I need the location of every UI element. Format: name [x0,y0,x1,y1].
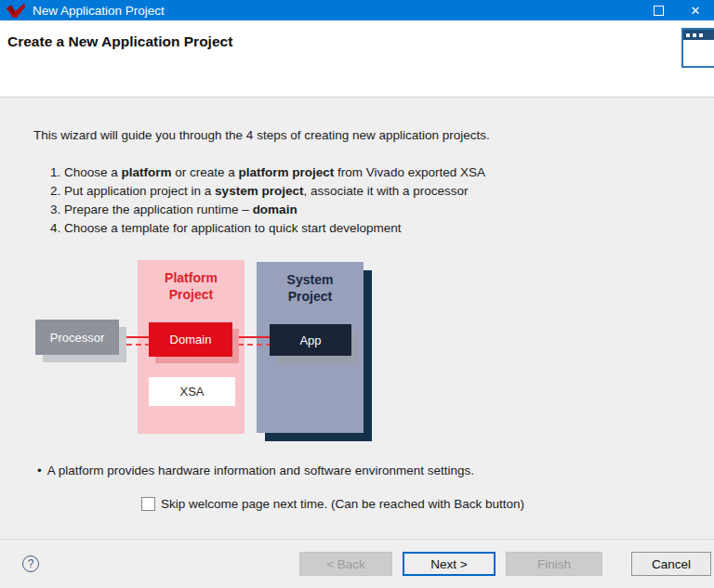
wizard-step: 1.Choose a platform or create a platform… [50,163,485,182]
processor-box: Processor [35,320,119,355]
wizard-step: 3.Prepare the application runtime – doma… [50,201,485,219]
skip-welcome-row: Skip welcome page next time. (Can be rea… [141,497,524,511]
skip-welcome-checkbox[interactable] [141,497,155,511]
next-button[interactable]: Next > [403,552,496,576]
note-label: A platform provides hardware information… [47,464,474,477]
platform-panel-label: Platform Project [138,269,245,303]
close-icon: ✕ [691,5,701,17]
maximize-button[interactable] [640,0,677,20]
note-text: •A platform provides hardware informatio… [37,464,474,477]
header: Create a New Application Project [0,20,714,98]
system-panel-label: System Project [257,271,364,305]
close-button[interactable]: ✕ [677,0,714,20]
cancel-button[interactable]: Cancel [631,552,711,576]
skip-welcome-label: Skip welcome page next time. (Can be rea… [161,497,524,511]
bullet-icon: • [37,464,42,477]
app-box: App [270,324,351,356]
titlebar: New Application Project ✕ [0,0,714,20]
wizard-banner-icon [681,28,714,68]
footer: ? < Back Next > Finish Cancel [0,539,714,588]
finish-button[interactable]: Finish [506,552,602,576]
help-button[interactable]: ? [22,555,39,572]
window-title: New Application Project [33,4,640,18]
wizard-step: 4.Choose a template for application to q… [50,219,485,238]
diagram: Platform Project System Project Processo… [0,255,714,446]
question-icon: ? [28,557,34,570]
wizard-banner-icon-titlebar [683,30,714,40]
button-bar: < Back Next > Finish Cancel [299,552,711,576]
xsa-box: XSA [149,377,235,406]
wizard-step: 2.Put application project in a system pr… [50,182,485,201]
intro-text: This wizard will guide you through the 4… [33,128,490,142]
maximize-icon [654,6,664,16]
wizard-window: New Application Project ✕ Create a New A… [0,0,714,588]
xilinx-logo-icon [6,3,26,19]
page-title: Create a New Application Project [7,33,232,50]
back-button[interactable]: < Back [299,552,392,576]
wizard-steps: 1.Choose a platform or create a platform… [50,163,485,238]
content: This wizard will guide you through the 4… [0,98,714,539]
domain-box: Domain [149,322,232,357]
